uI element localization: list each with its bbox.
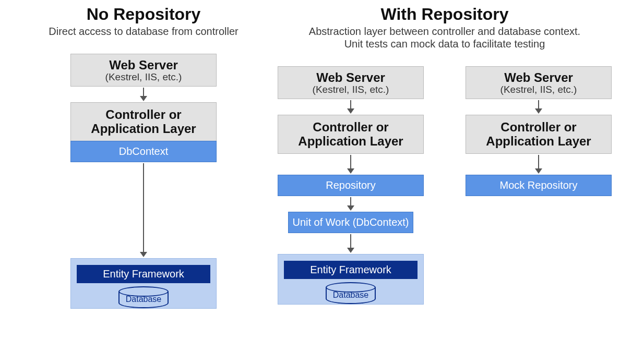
- entity-framework-box: Entity Framework Database: [70, 258, 217, 309]
- dbcontext-box: DbContext: [70, 141, 217, 162]
- controller-line1: Controller or: [74, 108, 213, 122]
- web-server-box: Web Server (Kestrel, IIS, etc.): [278, 66, 424, 99]
- web-server-sub: (Kestrel, IIS, etc.): [73, 71, 214, 83]
- with-repo-subtitle-1: Abstraction layer between controller and…: [309, 25, 580, 38]
- web-server-title: Web Server: [280, 71, 421, 84]
- with-repository-column: With Repository Abstraction layer betwee…: [266, 5, 623, 364]
- controller-line2: Application Layer: [281, 135, 420, 148]
- mock-repository-box: Mock Repository: [466, 175, 612, 196]
- arrow-icon: [347, 155, 354, 174]
- entity-framework-label: Entity Framework: [77, 265, 210, 283]
- controller-box: Controller or Application Layer: [278, 115, 424, 154]
- controller-line2: Application Layer: [469, 135, 608, 148]
- no-repo-stack: Web Server (Kestrel, IIS, etc.) Controll…: [65, 54, 222, 309]
- web-server-box: Web Server (Kestrel, IIS, etc.): [70, 54, 217, 87]
- controller-box: Controller or Application Layer: [70, 102, 217, 141]
- no-repository-column: No Repository Direct access to database …: [21, 5, 266, 364]
- web-server-title: Web Server: [73, 58, 214, 71]
- arrow-icon: [140, 88, 147, 101]
- database-icon: Database: [326, 282, 376, 300]
- mock-stack: Web Server (Kestrel, IIS, etc.) Controll…: [460, 66, 617, 305]
- arrow-icon: [347, 100, 354, 114]
- controller-line1: Controller or: [281, 120, 420, 134]
- web-server-sub: (Kestrel, IIS, etc.): [468, 84, 609, 95]
- no-repo-title: No Repository: [87, 5, 201, 23]
- with-repo-title: With Repository: [380, 5, 508, 23]
- with-repo-subtitle-2: Unit tests can mock data to facilitate t…: [344, 37, 545, 51]
- web-server-box: Web Server (Kestrel, IIS, etc.): [466, 66, 612, 99]
- entity-framework-label: Entity Framework: [284, 261, 418, 279]
- repo-stack: Web Server (Kestrel, IIS, etc.) Controll…: [272, 66, 429, 305]
- web-server-sub: (Kestrel, IIS, etc.): [280, 84, 421, 95]
- arrow-icon: [347, 197, 354, 211]
- database-label: Database: [333, 290, 369, 300]
- web-server-title: Web Server: [468, 71, 609, 84]
- repository-box: Repository: [278, 175, 424, 196]
- controller-line2: Application Layer: [74, 122, 213, 136]
- controller-box: Controller or Application Layer: [466, 115, 612, 154]
- database-label: Database: [126, 295, 162, 304]
- unit-of-work-box: Unit of Work (DbContext): [288, 212, 413, 233]
- with-repo-pair: Web Server (Kestrel, IIS, etc.) Controll…: [272, 66, 617, 305]
- arrow-icon: [535, 155, 542, 174]
- arrow-icon: [347, 234, 354, 253]
- entity-framework-box: Entity Framework Database: [278, 254, 424, 305]
- no-repo-subtitle: Direct access to database from controlle…: [49, 25, 238, 38]
- controller-line1: Controller or: [469, 120, 608, 134]
- arrow-icon: [535, 100, 542, 114]
- arrow-icon: [140, 163, 147, 257]
- diagram-root: No Repository Direct access to database …: [0, 0, 644, 364]
- database-icon: Database: [118, 286, 169, 304]
